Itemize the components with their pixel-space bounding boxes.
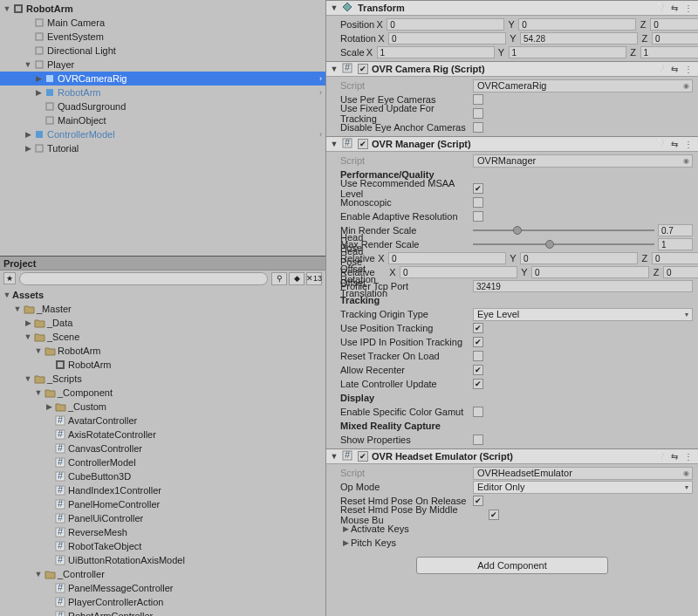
project-item[interactable]: #UiButtonRotationAxisModel	[0, 553, 325, 567]
menu-icon[interactable]: ⋮	[682, 2, 695, 14]
project-item[interactable]: #PanelHomeController	[0, 497, 325, 511]
menu-icon[interactable]: ⋮	[682, 63, 695, 75]
foldout-icon[interactable]: ▶	[44, 402, 54, 411]
min-render-scale-slider[interactable]	[473, 229, 654, 231]
favorite-button[interactable]: ★	[3, 272, 16, 284]
min-render-scale-input[interactable]	[658, 224, 693, 236]
adaptive-res-checkbox[interactable]	[473, 211, 483, 222]
ovr-camera-rig-header[interactable]: ▼ # OVR Camera Rig (Script) ❔⇆⋮	[326, 61, 698, 77]
project-item[interactable]: #PanelUiController	[0, 511, 325, 525]
project-item[interactable]: ▼RobotArm	[0, 344, 325, 358]
hierarchy-item[interactable]: Main Camera	[0, 16, 325, 30]
menu-icon[interactable]: ⋮	[682, 450, 695, 462]
project-item[interactable]: #AvatarController	[0, 414, 325, 428]
hierarchy-item[interactable]: ▶RobotArm›	[0, 86, 325, 99]
position-x-input[interactable]	[387, 18, 504, 31]
position-tracking-checkbox[interactable]	[473, 323, 483, 333]
foldout-icon[interactable]: ▼	[23, 60, 33, 69]
project-item[interactable]: ▼_Controller	[0, 567, 325, 581]
scale-x-input[interactable]	[377, 46, 495, 58]
foldout-icon[interactable]: ▶	[23, 130, 33, 139]
hierarchy-item[interactable]: QuadSurground	[0, 99, 325, 113]
chevron-right-icon[interactable]: ›	[319, 130, 322, 139]
op-mode-dropdown[interactable]: Editor Only	[473, 481, 693, 494]
pitch-keys-label[interactable]: Pitch Keys	[351, 537, 483, 548]
project-tab[interactable]: Project	[0, 257, 325, 270]
foldout-icon[interactable]: ▼	[23, 374, 33, 383]
project-item[interactable]: #CubeButton3D	[0, 469, 325, 483]
hierarchy-item[interactable]: MainObject	[0, 113, 325, 127]
rotation-y-input[interactable]	[520, 32, 638, 44]
foldout-icon[interactable]: ▶	[340, 538, 351, 547]
foldout-icon[interactable]: ▼	[12, 305, 23, 313]
monoscopic-checkbox[interactable]	[473, 197, 483, 208]
project-item[interactable]: ▼_Master	[0, 302, 325, 316]
add-component-button[interactable]: Add Component	[416, 557, 608, 574]
chevron-right-icon[interactable]: ›	[319, 88, 322, 97]
hierarchy-scene-root[interactable]: ▼ RobotArm	[0, 2, 325, 16]
project-item[interactable]: ▼_Scripts	[0, 372, 325, 386]
color-gamut-checkbox[interactable]	[473, 407, 483, 417]
script-field[interactable]: OVRManager	[473, 154, 693, 168]
late-controller-checkbox[interactable]	[473, 379, 483, 389]
max-render-scale-slider[interactable]	[473, 243, 654, 245]
preset-icon[interactable]: ⇆	[668, 63, 681, 75]
show-properties-checkbox[interactable]	[473, 435, 483, 445]
help-icon[interactable]: ❔	[654, 138, 667, 150]
foldout-icon[interactable]: ▼	[330, 3, 339, 12]
project-item[interactable]: #HandIndex1Controller	[0, 483, 325, 497]
foldout-icon[interactable]: ▶	[33, 88, 44, 97]
project-item[interactable]: ▼Assets	[0, 288, 325, 302]
search-type-icon[interactable]: ◆	[289, 272, 305, 285]
tr-off-z[interactable]	[663, 266, 698, 278]
foldout-icon[interactable]: ▶	[23, 144, 33, 153]
project-item[interactable]: RobotArm	[0, 358, 325, 372]
preset-icon[interactable]: ⇆	[668, 2, 681, 14]
rotation-x-input[interactable]	[388, 32, 506, 44]
script-field[interactable]: OVRCameraRig	[473, 79, 693, 92]
project-item[interactable]: #ReverseMesh	[0, 525, 325, 539]
use-fixed-update-checkbox[interactable]	[473, 108, 483, 119]
tracking-origin-dropdown[interactable]: Eye Level	[473, 308, 693, 321]
chevron-right-icon[interactable]: ›	[319, 74, 322, 83]
foldout-icon[interactable]: ▶	[23, 318, 33, 327]
help-icon[interactable]: ❔	[654, 63, 667, 75]
project-item[interactable]: #CanvasController	[0, 441, 325, 455]
foldout-icon[interactable]: ▼	[2, 291, 12, 299]
activate-keys-label[interactable]: Activate Keys	[351, 524, 483, 534]
transform-component-header[interactable]: ▼ Transform ❔⇆⋮	[326, 0, 698, 16]
foldout-icon[interactable]: ▼	[330, 140, 339, 148]
foldout-icon[interactable]: ▼	[2, 4, 12, 13]
rotation-z-input[interactable]	[652, 32, 698, 44]
search-filter-icon[interactable]: ⚲	[271, 272, 287, 285]
script-field[interactable]: OVRHeadsetEmulator	[473, 467, 693, 480]
project-item[interactable]: #RobotTakeObject	[0, 539, 325, 553]
preset-icon[interactable]: ⇆	[668, 138, 681, 150]
ovr-headset-emulator-header[interactable]: ▼ # OVR Headset Emulator (Script) ❔⇆⋮	[326, 448, 698, 464]
hierarchy-item[interactable]: ▶Tutorial	[0, 141, 325, 155]
foldout-icon[interactable]: ▼	[33, 346, 44, 355]
ipd-tracking-checkbox[interactable]	[473, 337, 483, 347]
tr-off-y[interactable]	[531, 266, 649, 278]
project-item[interactable]: ▼_Component	[0, 386, 325, 400]
rot-off-x[interactable]	[388, 252, 506, 264]
ovr-manager-header[interactable]: ▼ # OVR Manager (Script) ❔⇆⋮	[326, 136, 698, 152]
foldout-icon[interactable]: ▼	[330, 452, 339, 461]
project-item[interactable]: ▶_Custom	[0, 400, 325, 414]
foldout-icon[interactable]: ▶	[340, 524, 351, 533]
rot-off-y[interactable]	[520, 252, 638, 264]
hierarchy-item[interactable]: Directional Light	[0, 44, 325, 58]
foldout-icon[interactable]: ▶	[33, 74, 44, 83]
preset-icon[interactable]: ⇆	[668, 450, 681, 462]
reset-tracker-checkbox[interactable]	[473, 351, 483, 361]
project-item[interactable]: #AxisRotateController	[0, 428, 325, 441]
hierarchy-item[interactable]: ▼Player	[0, 58, 325, 72]
project-item[interactable]: #PlayerControllerAction	[0, 595, 325, 609]
rot-off-z[interactable]	[652, 252, 698, 264]
component-enabled-checkbox[interactable]	[358, 64, 368, 74]
reset-middle-mouse-checkbox[interactable]	[489, 510, 499, 520]
menu-icon[interactable]: ⋮	[682, 138, 695, 150]
project-item[interactable]: #PanelMessageController	[0, 581, 325, 595]
hierarchy-item[interactable]: EventSystem	[0, 30, 325, 44]
allow-recenter-checkbox[interactable]	[473, 365, 483, 375]
